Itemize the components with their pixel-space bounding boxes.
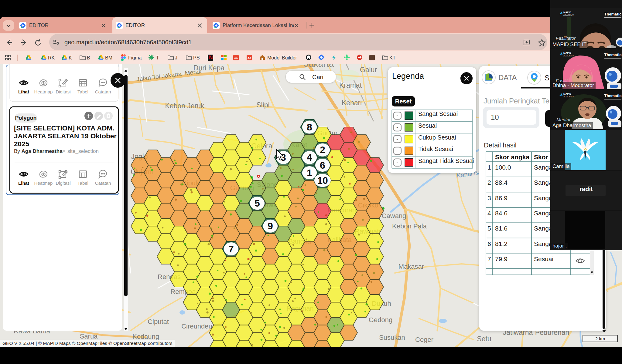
svg-text:Polygon: Polygon: [15, 115, 37, 121]
svg-text:ACADEMY: ACADEMY: [563, 96, 574, 98]
svg-text:3: 3: [281, 152, 286, 163]
svg-text:Lihat: Lihat: [18, 89, 29, 94]
svg-text:-: -: [396, 148, 398, 153]
svg-text:Catatan: Catatan: [95, 180, 111, 186]
svg-text:MAPID: MAPID: [563, 93, 571, 95]
svg-text:Ceger: Ceger: [415, 336, 433, 343]
svg-text:Detail hasil: Detail hasil: [484, 141, 517, 149]
svg-text:3: 3: [487, 194, 491, 201]
svg-text:Tabel: Tabel: [77, 180, 88, 186]
svg-text:Cawang: Cawang: [382, 212, 406, 220]
svg-text:Digitasi: Digitasi: [56, 89, 70, 94]
svg-text:7: 7: [487, 255, 491, 262]
svg-text:Skor angka: Skor angka: [495, 153, 530, 160]
svg-text:Slipi: Slipi: [256, 101, 269, 109]
svg-text:Ciputat: Ciputat: [148, 318, 169, 325]
svg-text:Mentor: Mentor: [556, 117, 571, 122]
svg-text:Galur: Galur: [360, 66, 377, 74]
svg-text:Heatmap: Heatmap: [34, 180, 53, 186]
svg-text:Tidak Sesuai: Tidak Sesuai: [418, 146, 453, 152]
svg-text:Jakarta: Jakarta: [304, 64, 334, 69]
svg-text:ACADEMY: ACADEMY: [563, 55, 574, 57]
svg-text:ACADEMY: ACADEMY: [563, 14, 574, 16]
svg-text:4: 4: [307, 152, 312, 163]
svg-text:Cireundeu: Cireundeu: [181, 322, 212, 330]
svg-text:-: -: [396, 113, 398, 118]
svg-text:Kenari: Kenari: [342, 99, 362, 107]
svg-text:6: 6: [320, 160, 325, 171]
svg-text:2025: 2025: [14, 140, 29, 148]
svg-text:Susukan: Susukan: [379, 334, 405, 341]
svg-text:4: 4: [487, 210, 491, 217]
svg-text:DATA: DATA: [498, 73, 517, 82]
svg-text:81.6: 81.6: [495, 225, 508, 232]
svg-text:Sesuai: Sesuai: [534, 255, 553, 262]
svg-text:Gedong: Gedong: [369, 316, 392, 324]
svg-text:Sesuai: Sesuai: [418, 122, 437, 129]
svg-text:6: 6: [487, 240, 491, 247]
svg-text:-: -: [396, 136, 398, 142]
svg-text:Sangat Sesuai: Sangat Sesuai: [418, 110, 458, 117]
svg-text:Sangat Tidak Sesuai: Sangat Tidak Sesuai: [418, 157, 474, 164]
svg-text:Tabel: Tabel: [77, 89, 88, 94]
svg-text:8: 8: [307, 122, 312, 133]
svg-text:86.9: 86.9: [495, 194, 508, 201]
svg-text:Fasilitator: Fasilitator: [556, 35, 576, 41]
svg-text:Catatan: Catatan: [95, 89, 111, 94]
svg-text:5: 5: [487, 225, 491, 232]
svg-text:Thematic: Thematic: [604, 52, 621, 57]
svg-text:[SITE SELECTION] KOTA ADM.: [SITE SELECTION] KOTA ADM.: [14, 124, 114, 132]
svg-text:10: 10: [317, 175, 328, 186]
svg-text:-: -: [396, 160, 398, 165]
svg-text:Kebon Pala: Kebon Pala: [392, 222, 427, 230]
svg-text:2: 2: [320, 144, 325, 155]
svg-text:1: 1: [487, 164, 491, 171]
svg-text:MAPID: MAPID: [563, 52, 571, 54]
svg-text:Kebon Jeruk: Kebon Jeruk: [165, 102, 204, 110]
svg-text:Kramat: Kramat: [339, 81, 362, 89]
svg-text:JAKARTA SELATAN 19 Oktober: JAKARTA SELATAN 19 Oktober: [14, 132, 117, 140]
svg-text:Kedaung: Kedaung: [132, 333, 159, 340]
svg-text:10: 10: [491, 113, 499, 121]
svg-text:81.2: 81.2: [495, 240, 508, 247]
svg-text:By Aga Dharmestha: By Aga Dharmestha: [14, 148, 63, 154]
svg-text:100.0: 100.0: [495, 164, 511, 171]
svg-text:Thematic: Thematic: [604, 12, 621, 16]
svg-text:Thematic: Thematic: [604, 93, 621, 98]
svg-text:88.4: 88.4: [495, 179, 508, 186]
svg-text:Cukup Sesuai: Cukup Sesuai: [418, 134, 456, 141]
svg-text:9: 9: [268, 221, 273, 231]
svg-text:Lihat: Lihat: [18, 180, 29, 186]
svg-text:Setu: Setu: [477, 335, 491, 343]
svg-text:Makasar: Makasar: [398, 263, 424, 270]
svg-text:MAPID: MAPID: [563, 11, 571, 14]
svg-text:site_selection: site_selection: [67, 148, 99, 154]
svg-text:Heatmap: Heatmap: [34, 89, 53, 94]
svg-text:1: 1: [307, 167, 312, 178]
svg-text:79.9: 79.9: [495, 255, 508, 262]
svg-text:5: 5: [255, 198, 260, 209]
svg-text:84.6: 84.6: [495, 210, 508, 217]
svg-text:Digitasi: Digitasi: [56, 180, 70, 186]
svg-text:-: -: [396, 125, 398, 130]
svg-text:2: 2: [487, 179, 491, 186]
svg-text:7: 7: [228, 244, 234, 254]
